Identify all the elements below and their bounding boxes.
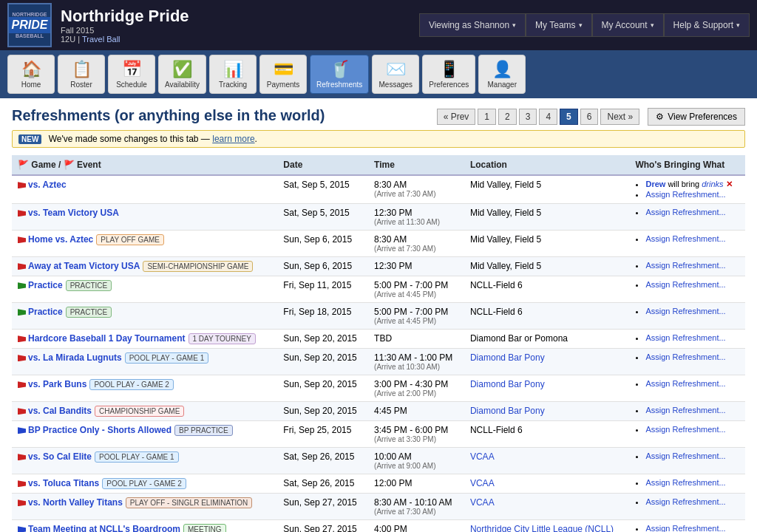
next-page-button[interactable]: Next » [600,109,639,125]
item-link[interactable]: drinks [702,180,723,188]
assign-refreshment-link[interactable]: Assign Refreshment... [645,307,725,316]
prev-page-button[interactable]: « Prev [437,109,476,125]
nav-preferences-label: Preferences [429,81,469,89]
assign-refreshment-link[interactable]: Assign Refreshment... [645,451,725,460]
flag-red-icon [18,499,26,506]
help-support-button[interactable]: Help & Support ▾ [664,13,750,37]
nav-payments[interactable]: 💳 Payments [259,55,307,94]
nav-refreshments[interactable]: 🥤 Refreshments [310,55,369,94]
event-link[interactable]: vs. Cal Bandits [28,406,92,416]
event-link[interactable]: Team Meeting at NCLL's Boardroom [28,524,180,532]
my-teams-label: My Teams [535,20,575,30]
time-cell: 12:30 PM [368,257,464,276]
my-account-button[interactable]: My Account ▾ [592,13,664,37]
viewing-as-label: Viewing as Shannon [429,20,509,30]
event-cell: Home vs. AztecPLAY OFF GAME [12,231,277,257]
new-message-text: We've made some changes to this tab — [49,134,210,144]
date-cell: Sat, Sep 26, 2015 [277,448,368,474]
who-cell: Assign Refreshment... [629,448,745,474]
assign-refreshment-link[interactable]: Assign Refreshment... [645,425,725,434]
location-link[interactable]: VCAA [470,478,495,488]
assign-refreshment-link[interactable]: Assign Refreshment... [645,406,725,415]
page-1-button[interactable]: 1 [478,109,496,125]
event-tag: POOL PLAY - GAME 1 [125,352,209,364]
location-link[interactable]: Diamond Bar Pony [470,379,545,389]
col-game-event: 🚩 Game / 🚩 Event [12,155,277,175]
roster-icon: 📋 [72,60,92,79]
event-link[interactable]: Hardcore Baseball 1 Day Tournament [28,333,186,344]
my-teams-button[interactable]: My Teams ▾ [526,13,591,37]
assign-item: Assign Refreshment... [645,497,739,506]
event-tag: PRACTICE [66,280,112,291]
nav-preferences[interactable]: 📱 Preferences [422,55,475,94]
page-2-button[interactable]: 2 [498,109,517,125]
assign-refreshment-link[interactable]: Assign Refreshment... [645,497,725,506]
remove-button[interactable]: ✕ [726,180,733,188]
time-value: 4:45 PM [374,406,458,416]
nav-roster[interactable]: 📋 Roster [58,55,105,94]
assign-item: Assign Refreshment... [645,352,739,361]
assign-refreshment-link[interactable]: Assign Refreshment... [645,478,725,487]
new-label-badge: NEW [18,134,41,144]
assign-refreshment-link[interactable]: Assign Refreshment... [645,208,725,216]
assign-refreshment-link[interactable]: Assign Refreshment... [645,234,725,243]
date-cell: Sun, Sep 27, 2015 [277,494,368,520]
event-cell: Hardcore Baseball 1 Day Tournament1 DAY … [12,330,277,349]
event-link[interactable]: Home vs. Aztec [28,234,93,245]
assign-refreshment-link[interactable]: Assign Refreshment... [645,280,725,289]
event-link[interactable]: BP Practice Only - Shorts Allowed [28,425,172,435]
event-link[interactable]: Practice [28,280,63,290]
date-cell: Sun, Sep 20, 2015 [277,330,368,349]
nav-schedule-label: Schedule [116,81,147,89]
event-link[interactable]: vs. Team Victory USA [28,208,119,218]
event-link[interactable]: vs. So Cal Elite [28,451,92,462]
page-5-button[interactable]: 5 [560,109,578,125]
nav-availability[interactable]: ✅ Availability [158,55,206,94]
assign-refreshment-link[interactable]: Assign Refreshment... [645,190,725,199]
assign-refreshment-link[interactable]: Assign Refreshment... [645,352,725,361]
nav-manager[interactable]: 👤 Manager [478,55,526,94]
location-link[interactable]: Northridge City Little League (NCLL) [470,524,614,532]
location-cell: NCLL-Field 6 [464,276,629,303]
event-link[interactable]: vs. Toluca Titans [28,478,99,488]
viewing-as-button[interactable]: Viewing as Shannon ▾ [419,13,526,37]
travel-ball-link[interactable]: Travel Ball [82,35,120,44]
nav-home[interactable]: 🏠 Home [7,55,55,94]
who-cell: Assign Refreshment... [629,402,745,421]
page-4-button[interactable]: 4 [539,109,557,125]
location-link[interactable]: Diamond Bar Pony [470,352,545,363]
person-link[interactable]: Drew [645,180,665,188]
location-cell: NCLL-Field 6 [464,303,629,330]
location-link[interactable]: VCAA [470,497,495,508]
season-label: Fall 2015 [61,26,94,35]
assign-refreshment-link[interactable]: Assign Refreshment... [645,524,725,532]
location-cell: Mid Valley, Field 5 [464,204,629,231]
assign-refreshment-link[interactable]: Assign Refreshment... [645,379,725,388]
date-cell: Fri, Sep 25, 2015 [277,421,368,448]
event-link[interactable]: vs. La Mirada Lugnuts [28,352,122,363]
assign-refreshment-link[interactable]: Assign Refreshment... [645,261,725,270]
learn-more-link[interactable]: learn more [212,134,254,144]
location-link[interactable]: Diamond Bar Pony [470,406,545,416]
assign-refreshment-link[interactable]: Assign Refreshment... [645,333,725,342]
page-6-button[interactable]: 6 [580,109,599,125]
table-row: Home vs. AztecPLAY OFF GAMESun, Sep 6, 2… [12,231,745,257]
who-list: Assign Refreshment... [635,234,739,243]
who-list: Drew will bring drinks✕Assign Refreshmen… [635,180,739,199]
assign-item: Assign Refreshment... [645,524,739,532]
nav-messages[interactable]: ✉️ Messages [372,55,419,94]
location-link[interactable]: VCAA [470,451,495,462]
event-link[interactable]: vs. Park Buns [28,379,86,389]
event-link[interactable]: Practice [28,307,63,317]
who-list: Assign Refreshment... [635,352,739,361]
page-3-button[interactable]: 3 [519,109,537,125]
time-cell: 10:00 AM(Arrive at 9:00 AM) [368,448,464,474]
nav-schedule[interactable]: 📅 Schedule [108,55,155,94]
event-link[interactable]: vs. North Valley Titans [28,497,123,508]
my-account-arrow: ▾ [651,21,654,29]
event-link[interactable]: Away at Team Victory USA [28,261,140,271]
event-link[interactable]: vs. Aztec [28,180,67,190]
nav-tracking[interactable]: 📊 Tracking [209,55,257,94]
event-tag: PLAY OFF - SINGLR ELIMINATION [126,497,252,508]
view-preferences-button[interactable]: ⚙ View Preferences [648,108,745,126]
